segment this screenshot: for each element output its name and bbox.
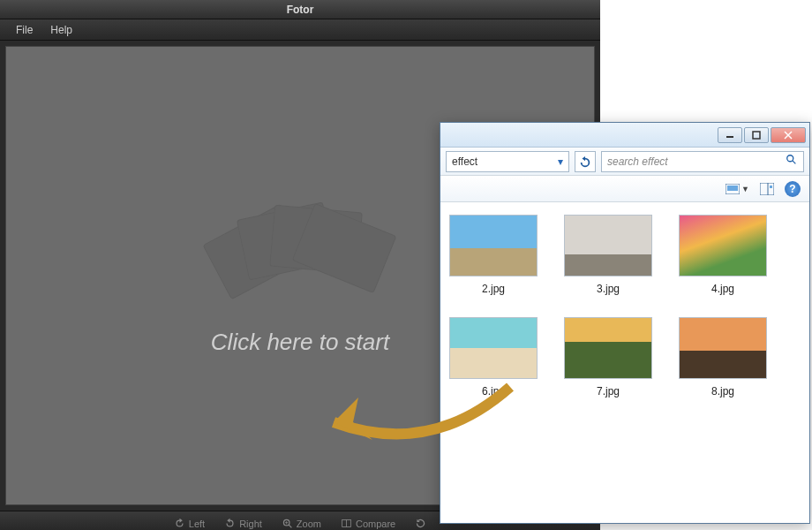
refresh-button[interactable] [575, 151, 596, 172]
svg-line-11 [793, 161, 796, 164]
file-label: 7.jpg [597, 385, 620, 398]
close-button[interactable] [771, 127, 806, 143]
rotate-right-icon [224, 518, 236, 529]
thumbnail-icon [449, 317, 538, 379]
search-placeholder: search effect [607, 155, 668, 168]
rotate-left-button[interactable]: Left [165, 516, 214, 530]
thumbnail-icon [564, 215, 652, 276]
app-title: Fotor [287, 4, 314, 16]
svg-line-1 [289, 525, 291, 527]
svg-rect-7 [753, 132, 760, 139]
file-item[interactable]: 2.jpg [449, 215, 538, 296]
file-item[interactable]: 7.jpg [564, 317, 652, 398]
file-label: 2.jpg [482, 283, 505, 295]
reset-icon [415, 518, 426, 529]
explorer-toolbar: effect ▾ search effect [440, 148, 809, 176]
file-item[interactable]: 4.jpg [679, 215, 767, 296]
file-label: 8.jpg [711, 385, 734, 398]
compare-icon [341, 518, 352, 529]
file-explorer-window: effect ▾ search effect ▼ ? 2.jpg [440, 122, 810, 524]
canvas-prompt-text[interactable]: Click here to start [211, 329, 389, 356]
file-item[interactable]: 3.jpg [564, 215, 652, 296]
explorer-titlebar[interactable] [440, 123, 809, 148]
minimize-button[interactable] [718, 127, 742, 143]
file-label: 6.jpg [482, 385, 505, 398]
fotor-titlebar: Fotor [0, 0, 600, 19]
preview-icon [760, 183, 774, 195]
chevron-down-icon: ▾ [558, 155, 563, 168]
minimize-icon [726, 131, 734, 140]
preview-pane-button[interactable] [760, 183, 774, 195]
svg-point-10 [787, 155, 793, 162]
svg-rect-14 [760, 183, 774, 195]
breadcrumb-label: effect [452, 155, 477, 168]
explorer-viewbar: ▼ ? [440, 176, 809, 202]
search-icon [786, 154, 798, 169]
search-input[interactable]: search effect [601, 151, 804, 172]
thumbnail-icon [679, 317, 767, 379]
thumbnail-icon [564, 317, 652, 379]
file-item[interactable]: 6.jpg [449, 317, 538, 398]
svg-rect-16 [770, 186, 772, 188]
thumbnail-icon [449, 215, 538, 276]
compare-button[interactable]: Compare [332, 516, 404, 530]
breadcrumb[interactable]: effect ▾ [446, 151, 569, 172]
refresh-icon [579, 155, 591, 168]
cards-decor-icon [212, 196, 388, 302]
zoom-button[interactable]: Zoom [273, 516, 330, 530]
file-item[interactable]: 8.jpg [679, 317, 767, 398]
view-mode-button[interactable]: ▼ [726, 184, 749, 194]
close-icon [784, 131, 793, 140]
file-label: 4.jpg [711, 283, 734, 295]
file-label: 3.jpg [597, 283, 620, 295]
help-icon: ? [789, 183, 795, 195]
menu-help[interactable]: Help [41, 24, 81, 36]
svg-rect-13 [727, 186, 738, 191]
thumbnails-icon [726, 184, 740, 194]
thumbnail-icon [679, 215, 767, 276]
help-button[interactable]: ? [785, 181, 801, 197]
maximize-button[interactable] [744, 127, 769, 143]
rotate-right-button[interactable]: Right [215, 516, 271, 530]
menu-file[interactable]: File [7, 24, 41, 36]
reset-button[interactable] [406, 516, 435, 530]
explorer-content: 2.jpg 3.jpg 4.jpg 6.jpg 7.jpg 8.jpg [440, 202, 809, 411]
rotate-left-icon [174, 518, 185, 529]
chevron-down-icon: ▼ [741, 185, 749, 193]
zoom-icon [282, 518, 293, 529]
maximize-icon [752, 131, 761, 140]
fotor-menubar: File Help [0, 19, 600, 41]
